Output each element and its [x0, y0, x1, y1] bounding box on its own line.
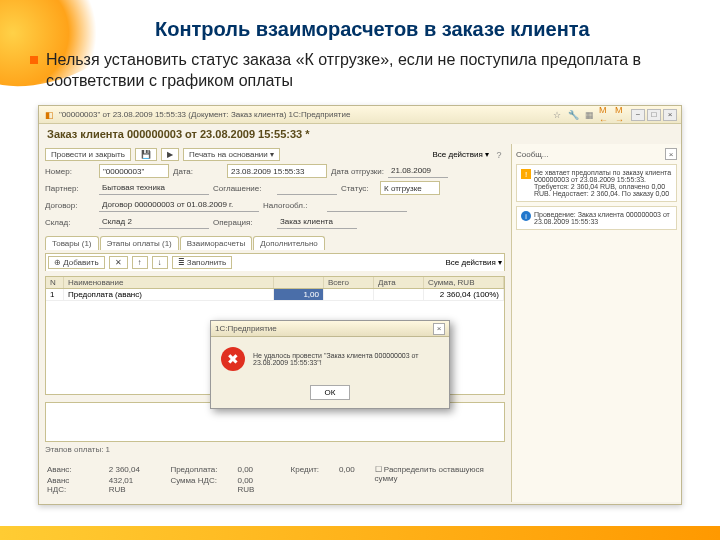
credit-value: 0,00	[339, 465, 355, 474]
tab-extra[interactable]: Дополнительно	[253, 236, 325, 250]
agreement-field[interactable]	[277, 181, 337, 195]
bullet-text: Нельзя установить статус заказа «К отгру…	[46, 50, 700, 92]
doc-toolbar: Провести и закрыть 💾 ▶ Печать на основан…	[45, 148, 505, 161]
warning-text: Не хватает предоплаты по заказу клиента …	[534, 169, 672, 197]
status-label: Статус:	[341, 184, 376, 193]
table-actions-link[interactable]: Все действия ▾	[445, 258, 502, 267]
cell-selected[interactable]: 1,00	[274, 289, 324, 301]
advance-vat-value: 432,01 RUB	[109, 476, 151, 494]
dialog-close-button[interactable]: ×	[433, 323, 445, 335]
info-text: Проведение: Заказ клиента 000000003 от 2…	[534, 211, 672, 225]
cell-n: 1	[46, 289, 64, 301]
date-label: Дата:	[173, 167, 223, 176]
tools-icon[interactable]: 🔧	[567, 109, 579, 121]
warning-icon: !	[521, 169, 531, 179]
distribute-checkbox[interactable]: ☐ Распределить оставшуюся сумму	[375, 465, 503, 483]
error-dialog: 1С:Предприятие × ✖ Не удалось провести "…	[210, 320, 450, 409]
partner-label: Партнер:	[45, 184, 95, 193]
cell-name: Предоплата (аванс)	[64, 289, 274, 301]
status-field[interactable]: К отгрузке	[380, 181, 440, 195]
credit-label: Кредит:	[291, 465, 319, 474]
tab-bar: Товары (1) Этапы оплаты (1) Взаиморасчет…	[45, 236, 505, 250]
messages-header: Сообщ...	[516, 150, 549, 159]
post-and-close-button[interactable]: Провести и закрыть	[45, 148, 131, 161]
nav-prev-button[interactable]: М ←	[599, 109, 611, 121]
tax-label: Налогообл.:	[263, 201, 323, 210]
minimize-button[interactable]: −	[631, 109, 645, 121]
maximize-button[interactable]: □	[647, 109, 661, 121]
contract-field[interactable]: Договор 000000003 от 01.08.2009 г.	[99, 198, 259, 212]
slide-bullet: Нельзя установить статус заказа «К отгру…	[30, 50, 700, 92]
advance-value: 2 360,04	[109, 465, 151, 474]
app-icon: ◧	[43, 109, 55, 121]
nav-next-button[interactable]: М →	[615, 109, 627, 121]
move-up-button[interactable]: ↑	[132, 256, 148, 269]
dialog-text: Не удалось провести "Заказ клиента 00000…	[253, 352, 439, 366]
document-title: Заказ клиента 000000003 от 23.08.2009 15…	[39, 124, 681, 144]
col-3	[274, 277, 324, 288]
dialog-title: 1С:Предприятие	[215, 324, 277, 333]
prepay-label: Предоплата:	[170, 465, 217, 474]
operation-field[interactable]: Заказ клиента	[277, 215, 357, 229]
col-date: Дата	[374, 277, 424, 288]
number-label: Номер:	[45, 167, 95, 176]
col-sum: Сумма, RUB	[424, 277, 504, 288]
fill-button[interactable]: ≣ Заполнить	[172, 256, 233, 269]
error-icon: ✖	[221, 347, 245, 371]
totals-grid: Аванс: Аванс НДС: 2 360,04 432,01 RUB Пр…	[45, 461, 505, 498]
advance-vat-label: Аванс НДС:	[47, 476, 89, 494]
tab-settlements[interactable]: Взаиморасчеты	[180, 236, 252, 250]
delete-row-button[interactable]: ✕	[109, 256, 128, 269]
ship-date-field[interactable]: 21.08.2009	[388, 164, 448, 178]
tab-goods[interactable]: Товары (1)	[45, 236, 99, 250]
sum-vat-value: 0,00 RUB	[238, 476, 271, 494]
slide-title: Контроль взаиморасчетов в заказе клиента	[155, 18, 590, 41]
table-row[interactable]: 1 Предоплата (аванс) 1,00 2 360,04 (100%…	[46, 289, 504, 301]
agreement-label: Соглашение:	[213, 184, 273, 193]
slide-footer-bar	[0, 526, 720, 540]
messages-pane: Сообщ... × ! Не хватает предоплаты по за…	[511, 144, 681, 502]
stages-count: Этапов оплаты: 1	[45, 445, 110, 454]
fav-icon[interactable]: ☆	[551, 109, 563, 121]
dialog-titlebar: 1С:Предприятие ×	[211, 321, 449, 337]
info-message[interactable]: i Проведение: Заказ клиента 000000003 от…	[516, 206, 677, 230]
print-button[interactable]: Печать на основании ▾	[183, 148, 280, 161]
help-icon[interactable]: ?	[493, 149, 505, 161]
table-toolbar: ⊕ Добавить ✕ ↑ ↓ ≣ Заполнить Все действи…	[45, 253, 505, 271]
messages-close-button[interactable]: ×	[665, 148, 677, 160]
tab-payment-stages[interactable]: Этапы оплаты (1)	[100, 236, 179, 250]
cell-sum: 2 360,04 (100%)	[424, 289, 504, 301]
save-icon[interactable]: 💾	[135, 148, 157, 161]
post-icon[interactable]: ▶	[161, 148, 179, 161]
date-field[interactable]: 23.08.2009 15:55:33	[227, 164, 327, 178]
move-down-button[interactable]: ↓	[152, 256, 168, 269]
operation-label: Операция:	[213, 218, 273, 227]
col-total: Всего	[324, 277, 374, 288]
warning-message[interactable]: ! Не хватает предоплаты по заказу клиент…	[516, 164, 677, 202]
number-field[interactable]: "00000003"	[99, 164, 169, 178]
contract-label: Договор:	[45, 201, 95, 210]
partner-field[interactable]: Бытовая техника	[99, 181, 209, 195]
window-title-text: "00000003" от 23.08.2009 15:55:33 (Докум…	[59, 110, 350, 119]
ok-button[interactable]: ОК	[310, 385, 351, 400]
col-n: N	[46, 277, 64, 288]
cell-date	[374, 289, 424, 301]
all-actions-link[interactable]: Все действия ▾	[432, 150, 489, 159]
calc-icon[interactable]: ▦	[583, 109, 595, 121]
sum-vat-label: Сумма НДС:	[170, 476, 217, 485]
add-row-button[interactable]: ⊕ Добавить	[48, 256, 105, 269]
ship-label: Дата отгрузки:	[331, 167, 384, 176]
col-name: Наименование	[64, 277, 274, 288]
close-button[interactable]: ×	[663, 109, 677, 121]
cell-total	[324, 289, 374, 301]
warehouse-label: Склад:	[45, 218, 95, 227]
table-header: N Наименование Всего Дата Сумма, RUB	[46, 277, 504, 289]
app-window: ◧ "00000003" от 23.08.2009 15:55:33 (Док…	[38, 105, 682, 505]
prepay-value: 0,00	[238, 465, 271, 474]
advance-label: Аванс:	[47, 465, 89, 474]
warehouse-field[interactable]: Склад 2	[99, 215, 209, 229]
tax-field[interactable]	[327, 198, 407, 212]
bullet-marker	[30, 56, 38, 64]
info-icon: i	[521, 211, 531, 221]
window-titlebar: ◧ "00000003" от 23.08.2009 15:55:33 (Док…	[39, 106, 681, 124]
